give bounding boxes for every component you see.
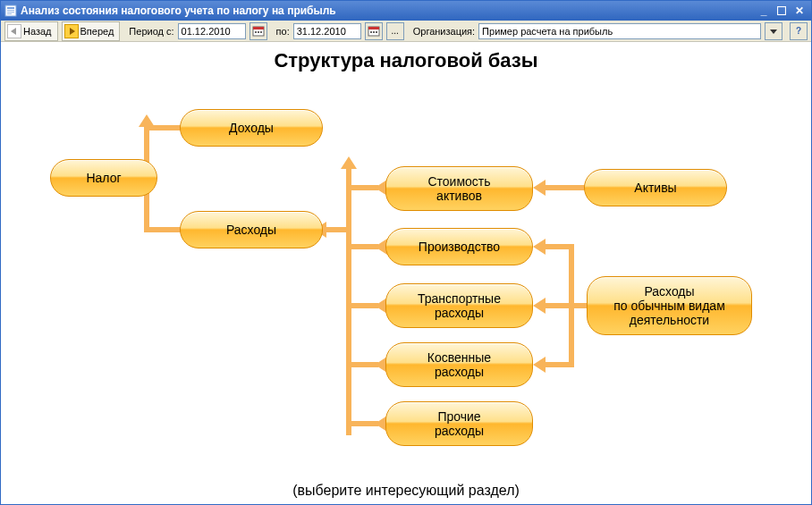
connector [325, 227, 346, 232]
node-assets[interactable]: Активы [584, 169, 727, 206]
forward-label: Вперед [80, 26, 114, 37]
svg-rect-10 [255, 31, 257, 33]
arrow-left-icon [533, 239, 546, 255]
svg-marker-7 [70, 28, 75, 35]
organization-dropdown-button[interactable] [765, 22, 782, 40]
connector [544, 362, 574, 367]
forward-icon [64, 24, 79, 38]
period-to-label: по: [276, 26, 290, 37]
svg-rect-3 [7, 12, 14, 13]
node-production[interactable]: Производство [385, 228, 533, 265]
svg-rect-15 [370, 31, 372, 33]
node-transport[interactable]: Транспортные расходы [385, 283, 533, 328]
svg-rect-17 [376, 31, 377, 33]
diagram-canvas: Структура налоговой базы [1, 42, 811, 504]
svg-rect-2 [7, 10, 14, 11]
back-icon [7, 24, 21, 38]
svg-rect-14 [368, 27, 379, 29]
connector [144, 125, 182, 130]
date-to-input[interactable] [293, 23, 361, 39]
calendar-icon [368, 25, 380, 38]
window-title: Анализ состояния налогового учета по нал… [21, 4, 336, 17]
connector [144, 227, 182, 232]
back-label: Назад [23, 26, 52, 37]
node-other[interactable]: Прочие расходы [385, 401, 533, 446]
calendar-icon [252, 25, 265, 38]
back-button[interactable]: Назад [4, 21, 58, 41]
close-button[interactable]: ✕ [791, 4, 808, 18]
node-expenses[interactable]: Расходы [180, 211, 323, 248]
svg-rect-5 [778, 7, 786, 15]
svg-rect-11 [258, 31, 259, 33]
organization-input[interactable] [478, 23, 761, 39]
date-from-input[interactable] [178, 23, 246, 39]
toolbar: Назад Вперед Период с: по: ... Организац… [1, 21, 811, 42]
svg-rect-4 [7, 13, 12, 14]
minimize-button[interactable]: _ [756, 4, 772, 18]
svg-rect-16 [373, 31, 375, 33]
svg-rect-9 [253, 27, 264, 29]
maximize-button[interactable] [774, 4, 790, 18]
connector [544, 244, 574, 249]
connector [544, 303, 574, 308]
diagram-hint: (выберите интересующий раздел) [1, 483, 811, 499]
help-button[interactable]: ? [790, 22, 808, 40]
node-income[interactable]: Доходы [180, 109, 323, 147]
arrow-up-icon [341, 156, 357, 169]
organization-label: Организация: [413, 26, 475, 37]
arrow-left-icon [533, 180, 546, 196]
date-from-calendar-button[interactable] [250, 22, 267, 40]
node-ordinary-expenses[interactable]: Расходы по обычным видам деятельности [587, 276, 752, 335]
node-tax[interactable]: Налог [50, 159, 157, 197]
chevron-down-icon [770, 28, 777, 35]
node-asset-cost[interactable]: Стоимость активов [385, 166, 533, 211]
diagram-title: Структура налоговой базы [1, 49, 811, 72]
date-to-calendar-button[interactable] [365, 22, 383, 40]
period-more-button[interactable]: ... [386, 22, 404, 40]
connector [544, 185, 585, 190]
connector [346, 167, 351, 435]
svg-rect-1 [7, 7, 14, 9]
svg-rect-12 [260, 31, 262, 33]
app-window: Анализ состояния налогового учета по нал… [0, 0, 812, 505]
node-indirect[interactable]: Косвенные расходы [385, 342, 533, 387]
arrow-left-icon [533, 298, 546, 314]
arrow-left-icon [533, 357, 546, 373]
svg-marker-6 [11, 28, 16, 35]
titlebar: Анализ состояния налогового учета по нал… [1, 1, 811, 21]
app-icon [4, 4, 17, 17]
svg-marker-18 [770, 29, 777, 34]
connector [144, 189, 149, 232]
period-from-label: Период с: [129, 26, 173, 37]
forward-button[interactable]: Вперед [62, 21, 121, 41]
